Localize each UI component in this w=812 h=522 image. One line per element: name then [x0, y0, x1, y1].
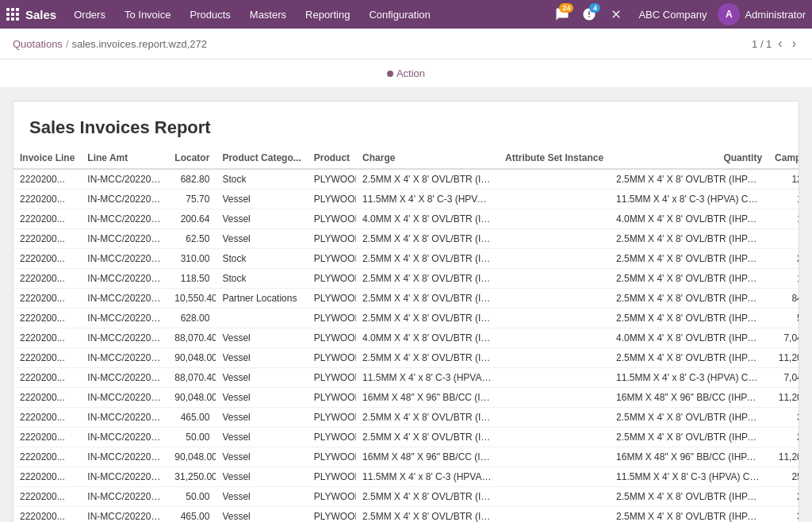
- table-row: 2220200... IN-MCC/20220200... 310.00 Sto…: [13, 249, 799, 269]
- cell-cat: PLYWOOD: [308, 388, 356, 408]
- nav-reporting[interactable]: Reporting: [297, 0, 358, 29]
- cell-attr: 2.5MM X 4' X 8' OVL/BTR (IHPA) MR MERANT…: [610, 229, 768, 249]
- cell-attr: 2.5MM X 4' X 8' OVL/BTR (IHPA) MR MERANT…: [610, 348, 768, 368]
- cell-charge: [499, 368, 610, 388]
- cell-product: 16MM X 48" X 96" BB/CC (IHPA) CARB: [356, 388, 499, 408]
- report-title: Sales Invoices Report: [13, 102, 799, 148]
- cell-loc: Vessel: [216, 388, 307, 408]
- cell-loc: Vessel: [216, 447, 307, 467]
- cell-attr: 2.5MM X 4' X 8' OVL/BTR (IHPA) MR MERANT…: [610, 269, 768, 289]
- cell-qty: 11,200.00: [768, 447, 799, 467]
- table-row: 2220200... IN-MCC/20220200... 62.50 Vess…: [13, 229, 799, 249]
- cell-invoice: 2220200...: [13, 190, 81, 209]
- cell-product: 4.0MM X 4' X 8' OVL/BTR (IHPA) MR MERANT…: [356, 328, 499, 348]
- breadcrumb-parent[interactable]: Quotations: [13, 38, 63, 50]
- cell-amt: 90,048.00: [168, 348, 216, 368]
- breadcrumb-current: sales.invoices.report.wzd,272: [72, 38, 208, 50]
- col-header-invoice: Invoice Line: [13, 148, 81, 169]
- cell-cat: PLYWOOD: [308, 309, 356, 328]
- cell-invoice: 2220200...: [13, 269, 81, 289]
- nav-masters[interactable]: Masters: [242, 0, 294, 29]
- nav-configuration[interactable]: Configuration: [361, 0, 438, 29]
- cell-charge: [499, 209, 610, 229]
- action-button[interactable]: Action: [381, 64, 431, 83]
- cell-invoice: 2220200...: [13, 229, 81, 249]
- cell-amt: 628.00: [168, 309, 216, 328]
- chat-icon-btn[interactable]: 24: [551, 3, 573, 25]
- cell-charge: [499, 487, 610, 507]
- cell-product: 2.5MM X 4' X 8' OVL/BTR (IHPA) MR MERANT…: [356, 309, 499, 328]
- cell-qty: 5.00: [768, 229, 799, 249]
- cell-cat: PLYWOOD: [308, 447, 356, 467]
- table-row: 2220200... IN-MCC/20220200... 90,048.00 …: [13, 388, 799, 408]
- cell-loc: Vessel: [216, 328, 307, 348]
- next-page-button[interactable]: ›: [789, 35, 799, 52]
- cell-amt: 90,048.00: [168, 388, 216, 408]
- brand[interactable]: Sales: [6, 8, 56, 21]
- close-icon-btn[interactable]: [605, 3, 627, 25]
- cell-charge: [499, 289, 610, 309]
- company-name[interactable]: ABC Company: [632, 9, 713, 21]
- main-content: Sales Invoices Report Invoice Line Line …: [0, 88, 812, 522]
- cell-amt: 200.64: [168, 209, 216, 229]
- cell-line: IN-MCC/20220200...: [81, 328, 168, 348]
- cell-product: 11.5MM X 4' x 8' C-3 (HPVA) CARB P2 BIRC…: [356, 467, 499, 487]
- cell-line: IN-MCC/20220200...: [81, 190, 168, 209]
- cell-cat: PLYWOOD: [308, 408, 356, 428]
- cell-loc: Vessel: [216, 229, 307, 249]
- cell-line: IN-MCC/20220200...: [81, 467, 168, 487]
- cell-loc: Stock: [216, 249, 307, 269]
- chat-badge: 24: [559, 3, 573, 13]
- admin-avatar[interactable]: A: [718, 3, 740, 25]
- cell-qty: 11,200.00: [768, 388, 799, 408]
- cell-charge: [499, 328, 610, 348]
- cell-product: 4.0MM X 4' X 8' OVL/BTR (IHPA) MR MERANT…: [356, 209, 499, 229]
- cell-invoice: 2220200...: [13, 169, 81, 190]
- cell-charge: [499, 169, 610, 190]
- cell-invoice: 2220200...: [13, 467, 81, 487]
- nav-orders[interactable]: Orders: [66, 0, 113, 29]
- cell-amt: 465.00: [168, 408, 216, 428]
- cell-qty: 30.00: [768, 408, 799, 428]
- col-header-line: Line Amt: [81, 148, 168, 169]
- cell-loc: Vessel: [216, 467, 307, 487]
- cell-charge: [499, 388, 610, 408]
- cell-qty: 10.00: [768, 269, 799, 289]
- cell-amt: 88,070.40: [168, 368, 216, 388]
- activity-icon-btn[interactable]: 4: [578, 3, 600, 25]
- cell-line: IN-MCC/20220200...: [81, 507, 168, 523]
- cell-invoice: 2220200...: [13, 289, 81, 309]
- cell-invoice: 2220200...: [13, 507, 81, 523]
- cell-cat: PLYWOOD: [308, 209, 356, 229]
- cell-amt: 465.00: [168, 507, 216, 523]
- page-info: 1 / 1: [752, 38, 772, 50]
- prev-page-button[interactable]: ‹: [775, 35, 785, 52]
- cell-qty: 20.00: [768, 249, 799, 269]
- cell-line: IN-MCC/20220200...: [81, 249, 168, 269]
- cell-line: IN-MCC/20220200...: [81, 289, 168, 309]
- cell-amt: 90,048.00: [168, 447, 216, 467]
- cell-charge: [499, 190, 610, 209]
- cell-invoice: 2220200...: [13, 408, 81, 428]
- cell-product: 2.5MM X 4' X 8' OVL/BTR (IHPA) MR MERANT…: [356, 408, 499, 428]
- cell-product: 2.5MM X 4' X 8' OVL/BTR (IHPA) MR MERANT…: [356, 428, 499, 447]
- cell-product: 2.5MM X 4' X 8' OVL/BTR (IHPA) MR MERANT…: [356, 487, 499, 507]
- cell-product: 11.5MM X 4' x 8' C-3 (HPVA) CARB P2 BIRC…: [356, 368, 499, 388]
- nav-products[interactable]: Products: [182, 0, 238, 29]
- cell-qty: 7,040.00: [768, 368, 799, 388]
- col-header-attr: Attribute Set Instance: [499, 148, 610, 169]
- cell-loc: Partner Locations: [216, 289, 307, 309]
- cell-charge: [499, 229, 610, 249]
- table-row: 2220200... IN-MCC/20220200... 628.00 PLY…: [13, 309, 799, 328]
- grid-icon: [6, 8, 19, 21]
- cell-product: 16MM X 48" X 96" BB/CC (IHPA) CARB: [356, 447, 499, 467]
- cell-qty: 30.00: [768, 507, 799, 523]
- admin-label[interactable]: Administrator: [745, 9, 806, 21]
- cell-cat: PLYWOOD: [308, 249, 356, 269]
- cell-attr: 2.5MM X 4' X 8' OVL/BTR (IHPA) MR MERANT…: [610, 169, 768, 190]
- nav-to-invoice[interactable]: To Invoice: [117, 0, 179, 29]
- cell-product: 2.5MM X 4' X 8' OVL/BTR (IHPA) MR MERANT…: [356, 169, 499, 190]
- table-row: 2220200... IN-MCC/20220200... 200.64 Ves…: [13, 209, 799, 229]
- cell-invoice: 2220200...: [13, 368, 81, 388]
- cell-line: IN-MCC/20220200...: [81, 209, 168, 229]
